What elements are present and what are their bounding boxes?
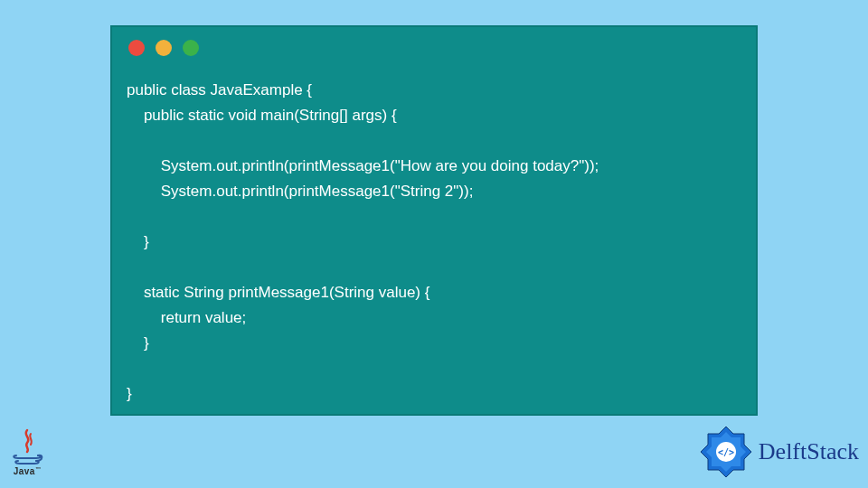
close-icon	[128, 40, 145, 56]
maximize-icon	[183, 40, 199, 56]
svg-text:</>: </>	[718, 447, 734, 457]
code-block: public class JavaExample { public static…	[127, 78, 741, 407]
java-logo: Java™	[5, 428, 49, 484]
window-traffic-lights	[128, 40, 199, 56]
code-window: public class JavaExample { public static…	[110, 25, 758, 416]
delftstack-logo: </> DelftStack	[699, 425, 859, 479]
minimize-icon	[156, 40, 172, 56]
delftstack-seal-icon: </>	[699, 425, 753, 479]
java-cup-icon	[9, 428, 45, 466]
java-logo-label: Java™	[14, 466, 42, 476]
delftstack-label: DelftStack	[759, 438, 859, 465]
